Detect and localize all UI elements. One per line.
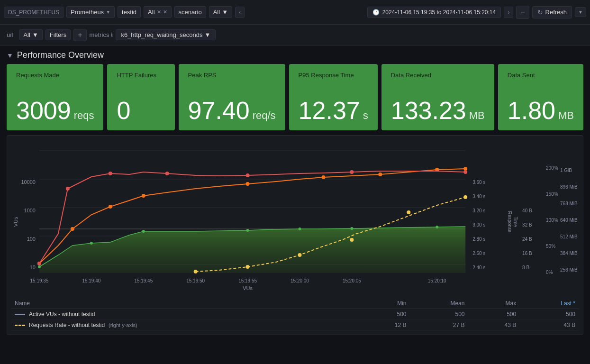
legend-min-0: 500 (359, 309, 410, 320)
time-forward-button[interactable]: › (504, 7, 513, 18)
svg-text:24 B: 24 B (522, 237, 532, 242)
metrics-chevron-icon: ▼ (204, 31, 210, 38)
svg-point-67 (246, 173, 250, 177)
svg-text:VUs: VUs (13, 217, 18, 227)
svg-text:8 B: 8 B (522, 265, 529, 270)
url-chevron-icon: ▼ (32, 31, 38, 38)
svg-text:15:19:45: 15:19:45 (134, 278, 153, 283)
legend-last-0: 500 (520, 309, 579, 320)
svg-text:VUs: VUs (243, 285, 253, 291)
stat-unit-p95-response: s (363, 109, 368, 122)
stat-unit-peak-rps: req/s (253, 109, 276, 122)
filters-button[interactable]: Filters (45, 29, 71, 40)
svg-point-72 (298, 253, 301, 257)
svg-text:15:19:40: 15:19:40 (82, 278, 100, 283)
svg-text:896 MiB: 896 MiB (560, 184, 578, 190)
refresh-icon: ↻ (537, 9, 543, 16)
svg-text:10000: 10000 (21, 179, 36, 185)
url-all-dropdown[interactable]: All ▼ (19, 29, 42, 40)
svg-point-56 (109, 205, 112, 209)
svg-point-70 (194, 270, 198, 273)
chart-container: 10 100 1000 10000 VUs 2.40 s 2.60 s 2.80… (11, 141, 579, 294)
stat-label-requests-made: Requests Made (16, 72, 94, 79)
legend-min-1: 12 B (359, 320, 410, 331)
svg-text:640 MiB: 640 MiB (560, 218, 578, 223)
scenario-all-pill[interactable]: All ▼ (209, 6, 232, 18)
svg-text:15:19:50: 15:19:50 (186, 278, 205, 283)
svg-point-49 (142, 230, 145, 233)
svg-point-48 (90, 242, 93, 245)
scenario-chevron-icon: ▼ (222, 9, 228, 16)
table-row: Active VUs - without testid 500 500 500 … (11, 309, 579, 320)
stat-label-http-failures: HTTP Failures (117, 72, 165, 79)
stat-value-requests-made: 3009 (16, 98, 71, 123)
svg-text:768 MiB: 768 MiB (560, 201, 578, 206)
metrics-info-icon[interactable]: ℹ (111, 32, 113, 38)
svg-point-51 (298, 228, 301, 230)
performance-chart: 10 100 1000 10000 VUs 2.40 s 2.60 s 2.80… (11, 141, 579, 293)
stat-card-http-failures: HTTP Failures 0 (107, 64, 174, 130)
all-tag-x2-icon[interactable]: ✕ (163, 9, 167, 15)
svg-point-65 (109, 172, 112, 175)
chart-area: 10 100 1000 10000 VUs 2.40 s 2.60 s 2.80… (7, 135, 583, 335)
svg-point-52 (350, 227, 353, 230)
svg-point-63 (37, 262, 41, 265)
datasource-dropdown[interactable]: Prometheus ▼ (66, 6, 115, 18)
stat-card-p95-response: P95 Response Time 12.37 s (289, 64, 378, 130)
svg-point-60 (378, 173, 382, 176)
stat-card-peak-rps: Peak RPS 97.40 req/s (179, 64, 285, 130)
section-header: ▼ Performance Overview (0, 46, 590, 64)
legend-line-icon-1 (15, 325, 25, 326)
refresh-dropdown-button[interactable]: ▼ (575, 7, 586, 17)
svg-text:Response: Response (507, 211, 512, 233)
svg-text:15:20:10: 15:20:10 (428, 278, 446, 283)
svg-text:2.80 s: 2.80 s (472, 237, 485, 242)
svg-text:32 B: 32 B (522, 222, 532, 228)
legend-name-cell-0: Active VUs - without testid (11, 309, 359, 320)
stat-value-data-received: 133.23 (391, 98, 466, 123)
stat-label-data-sent: Data Sent (508, 72, 574, 79)
svg-point-64 (66, 187, 70, 191)
svg-text:10: 10 (30, 264, 36, 270)
add-filter-button[interactable]: + (73, 29, 86, 41)
svg-text:256 MiB: 256 MiB (560, 267, 578, 273)
svg-point-68 (350, 170, 354, 174)
stat-value-p95-response: 12.37 (299, 98, 360, 123)
page-title: Performance Overview (17, 50, 104, 60)
svg-text:15:20:05: 15:20:05 (343, 278, 361, 283)
svg-text:15:20:00: 15:20:00 (290, 278, 309, 283)
stat-cards: Requests Made 3009 reqs HTTP Failures 0 … (0, 64, 590, 135)
svg-text:2.40 s: 2.40 s (472, 265, 485, 270)
legend-last-1: 43 B (520, 320, 579, 331)
stat-value-peak-rps: 97.40 (188, 98, 250, 123)
stat-card-data-received: Data Received 133.23 MB (381, 64, 494, 130)
top-bar: DS_PROMETHEUS Prometheus ▼ testid All ✕ … (0, 0, 590, 25)
second-bar: url All ▼ Filters + metrics ℹ k6_http_re… (0, 25, 590, 46)
svg-text:16 B: 16 B (522, 251, 532, 256)
stat-unit-data-sent: MB (558, 109, 574, 122)
stat-label-peak-rps: Peak RPS (188, 72, 276, 79)
svg-point-47 (38, 265, 41, 268)
svg-text:3.60 s: 3.60 s (472, 180, 485, 185)
svg-point-71 (246, 265, 250, 269)
collapse-icon[interactable]: ▼ (7, 52, 13, 59)
svg-point-53 (436, 226, 438, 228)
svg-point-55 (71, 227, 74, 231)
time-back-button[interactable]: ‹ (235, 7, 245, 18)
all-tag-close-icon[interactable]: ✕ (157, 9, 161, 15)
legend-line-icon-0 (15, 314, 25, 315)
svg-text:100%: 100% (546, 218, 558, 223)
svg-text:1 GiB: 1 GiB (560, 168, 572, 173)
refresh-button[interactable]: ↻ Refresh (532, 6, 572, 18)
metrics-dropdown[interactable]: k6_http_req_waiting_seconds ▼ (116, 29, 216, 40)
testid-pill: testid (118, 6, 141, 18)
svg-text:3.20 s: 3.20 s (472, 208, 485, 213)
svg-point-62 (463, 167, 467, 171)
all-tag-pill[interactable]: All ✕ ✕ (144, 6, 171, 18)
time-range-display[interactable]: 🕐 2024-11-06 15:19:35 to 2024-11-06 15:2… (367, 7, 501, 18)
stat-card-data-sent: Data Sent 1.80 MB (498, 64, 583, 130)
zoom-out-button[interactable]: − (516, 6, 529, 19)
legend-table: Name Min Mean Max Last * Active VUs - wi… (11, 298, 579, 331)
svg-text:15:19:35: 15:19:35 (30, 278, 49, 283)
legend-col-mean: Mean (410, 298, 468, 309)
